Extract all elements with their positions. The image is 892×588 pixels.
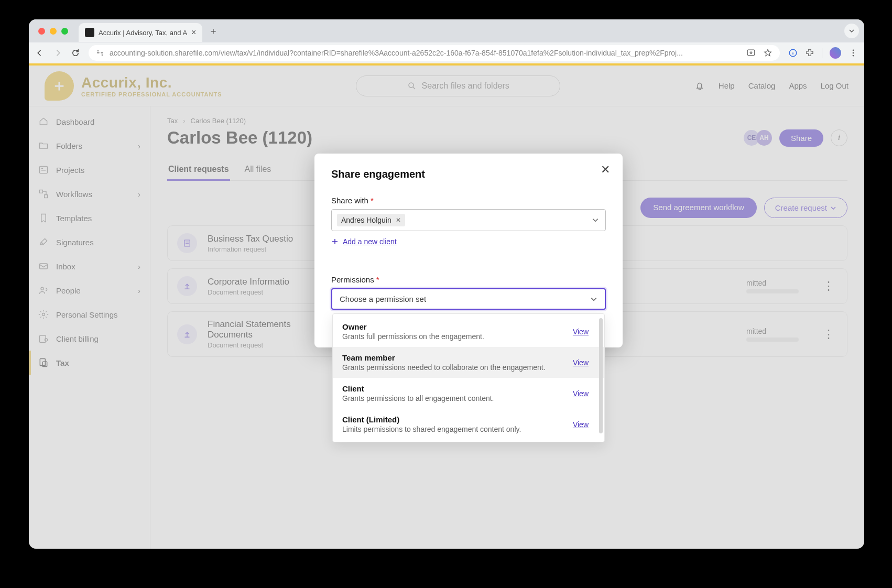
plus-icon [331, 238, 339, 245]
dialog-title: Share engagement [331, 168, 606, 180]
chevron-down-icon[interactable] [592, 216, 599, 224]
info-circle-icon[interactable] [788, 48, 798, 58]
permission-option-client[interactable]: Client Grants permissions to all engagem… [333, 378, 604, 409]
share-with-label: Share with * [331, 196, 606, 205]
svg-point-7 [853, 52, 854, 54]
browser-tab[interactable]: Accurix | Advisory, Tax, and A × [79, 23, 202, 42]
minimize-window-button[interactable] [50, 28, 57, 35]
permissions-label: Permissions * [331, 275, 606, 284]
option-desc: Grants full permissions on the engagemen… [342, 332, 563, 341]
permissions-dropdown: Owner Grants full permissions on the eng… [332, 313, 605, 442]
svg-point-6 [853, 49, 854, 51]
view-permission-link[interactable]: View [573, 358, 589, 367]
add-client-label: Add a new client [343, 237, 397, 246]
tab-overflow-button[interactable] [844, 24, 859, 38]
view-permission-link[interactable]: View [573, 328, 589, 336]
scrollbar[interactable] [599, 318, 603, 433]
option-desc: Grants permissions needed to collaborate… [342, 363, 563, 372]
site-settings-icon [96, 49, 104, 57]
option-name: Client [342, 384, 563, 393]
permissions-select[interactable]: Choose a permission set Owner Grants ful… [331, 288, 606, 310]
back-button[interactable] [35, 48, 45, 58]
browser-tab-bar: Accurix | Advisory, Tax, and A × ＋ [29, 19, 864, 42]
url-text: accounting-solution.sharefile.com/view/t… [110, 49, 683, 57]
forward-button[interactable] [53, 48, 62, 58]
chip-label: Andres Holguin [341, 216, 391, 224]
bookmark-star-icon[interactable] [763, 48, 773, 58]
chevron-down-icon [590, 296, 597, 303]
svg-rect-0 [97, 52, 100, 53]
option-desc: Grants permissions to all engagement con… [342, 394, 563, 402]
browser-menu-button[interactable] [849, 48, 858, 58]
tab-title: Accurix | Advisory, Tax, and A [99, 29, 187, 37]
remove-chip-button[interactable]: ✕ [396, 216, 401, 224]
svg-point-2 [97, 50, 99, 52]
share-engagement-dialog: ✕ Share engagement Share with * Andres H… [314, 154, 623, 347]
share-with-input[interactable]: Andres Holguin ✕ [331, 209, 606, 231]
view-permission-link[interactable]: View [573, 389, 589, 398]
option-name: Owner [342, 322, 563, 331]
add-new-client-link[interactable]: Add a new client [331, 237, 606, 246]
svg-rect-1 [101, 52, 103, 53]
permission-option-owner[interactable]: Owner Grants full permissions on the eng… [333, 316, 604, 347]
close-window-button[interactable] [38, 28, 45, 35]
tab-favicon [85, 28, 94, 37]
option-desc: Limits permissions to shared engagement … [342, 425, 563, 433]
close-dialog-button[interactable]: ✕ [601, 163, 610, 177]
browser-address-bar: accounting-solution.sharefile.com/view/t… [29, 42, 864, 63]
permission-option-client-limited[interactable]: Client (Limited) Limits permissions to s… [333, 409, 604, 440]
close-tab-button[interactable]: × [191, 28, 196, 37]
permission-option-team-member[interactable]: Team member Grants permissions needed to… [333, 347, 604, 378]
option-name: Team member [342, 353, 563, 362]
reload-button[interactable] [71, 48, 80, 58]
extensions-icon[interactable] [805, 48, 814, 58]
recipient-chip[interactable]: Andres Holguin ✕ [337, 214, 405, 226]
permissions-placeholder: Choose a permission set [340, 295, 426, 303]
browser-window: Accurix | Advisory, Tax, and A × ＋ accou… [29, 19, 864, 549]
install-app-icon[interactable] [746, 48, 756, 58]
option-name: Client (Limited) [342, 415, 563, 424]
profile-avatar[interactable] [830, 47, 841, 59]
svg-point-3 [102, 55, 103, 56]
svg-point-8 [853, 55, 854, 57]
url-field[interactable]: accounting-solution.sharefile.com/view/t… [89, 45, 780, 61]
view-permission-link[interactable]: View [573, 420, 589, 429]
new-tab-button[interactable]: ＋ [209, 25, 218, 37]
window-controls [38, 28, 68, 35]
maximize-window-button[interactable] [61, 28, 68, 35]
